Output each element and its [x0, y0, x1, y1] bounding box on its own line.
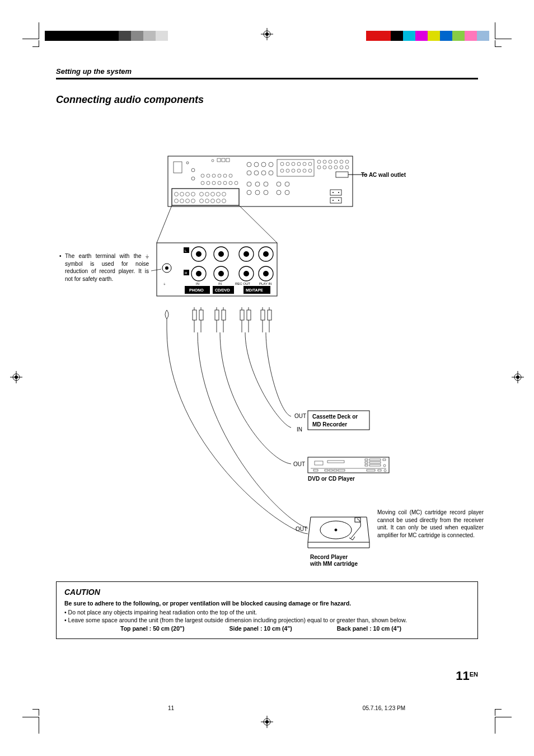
svg-point-57	[247, 162, 251, 167]
svg-text:⏚: ⏚	[163, 282, 166, 285]
svg-text:PHONO: PHONO	[189, 288, 204, 292]
svg-point-72	[285, 182, 289, 186]
dvd-player-icon: OUT DVD or CD Player	[293, 457, 389, 482]
svg-text:DVD or CD Player: DVD or CD Player	[308, 476, 355, 482]
svg-point-85	[297, 169, 301, 172]
svg-point-36	[229, 181, 232, 185]
caution-box: CAUTION Be sure to adhere to the followi…	[56, 581, 478, 639]
svg-point-32	[207, 181, 210, 185]
svg-rect-182	[365, 462, 368, 463]
svg-point-48	[175, 199, 179, 203]
page-number: 11EN	[456, 669, 478, 683]
svg-text:REC OUT: REC OUT	[235, 282, 250, 285]
svg-point-76	[280, 162, 284, 166]
svg-point-33	[212, 181, 216, 185]
svg-text:Record Player: Record Player	[310, 554, 348, 560]
svg-line-109	[239, 205, 277, 243]
svg-point-21	[212, 159, 214, 162]
svg-text:IN: IN	[196, 282, 199, 285]
svg-point-131	[243, 271, 249, 276]
svg-point-46	[217, 192, 221, 196]
jack-panel-zoom-icon: ⏚ L R IN IN	[157, 243, 277, 296]
svg-point-30	[229, 174, 232, 177]
svg-point-42	[191, 192, 195, 196]
svg-point-70	[264, 190, 268, 195]
svg-point-56	[222, 199, 226, 203]
svg-rect-75	[277, 159, 314, 176]
svg-point-98	[340, 166, 343, 169]
svg-point-61	[247, 171, 251, 175]
svg-rect-177	[327, 461, 344, 463]
registration-icon	[261, 28, 273, 40]
svg-point-69	[255, 190, 260, 195]
svg-text:CD/DVD: CD/DVD	[215, 288, 230, 292]
svg-point-87	[308, 169, 312, 172]
crop-mark	[495, 717, 512, 734]
svg-point-68	[247, 190, 251, 195]
crop-mark	[32, 709, 39, 716]
svg-rect-188	[325, 469, 328, 471]
svg-rect-154	[222, 310, 226, 320]
crop-mark	[32, 40, 39, 47]
svg-rect-191	[338, 469, 345, 471]
svg-rect-180	[369, 459, 381, 461]
svg-point-127	[196, 271, 202, 276]
connection-diagram: To AC wall outlet ⏚ L R	[56, 117, 478, 576]
svg-rect-190	[334, 469, 337, 471]
svg-rect-22	[217, 158, 221, 162]
svg-point-26	[207, 174, 210, 177]
svg-rect-101	[330, 190, 341, 195]
svg-rect-17	[174, 162, 182, 173]
svg-point-52	[200, 199, 204, 203]
svg-rect-23	[222, 158, 225, 162]
svg-point-44	[205, 192, 209, 196]
footer-meta: 11 05.7.16, 1:23 PM	[56, 705, 478, 711]
svg-point-83	[286, 169, 289, 172]
svg-point-90	[329, 160, 332, 163]
caution-lead: Be sure to adhere to the following, or p…	[64, 600, 470, 607]
svg-point-78	[292, 162, 295, 166]
svg-point-50	[186, 199, 190, 203]
svg-line-108	[157, 205, 172, 243]
svg-text:IN: IN	[297, 426, 302, 433]
svg-point-105	[332, 200, 334, 201]
registration-icon	[10, 371, 22, 383]
svg-point-31	[201, 181, 204, 185]
mc-cartridge-note: Moving coil (MC) cartridge record player…	[377, 509, 484, 539]
svg-point-186	[383, 464, 386, 467]
svg-point-89	[323, 160, 326, 163]
svg-point-51	[191, 199, 195, 203]
svg-point-63	[261, 171, 266, 175]
svg-rect-166	[268, 310, 271, 320]
svg-point-130	[243, 251, 249, 257]
rca-plugs-icon	[165, 307, 271, 332]
ac-outlet-label: To AC wall outlet	[361, 172, 406, 178]
svg-rect-189	[329, 469, 332, 471]
svg-point-45	[211, 192, 215, 196]
registration-icon	[512, 371, 524, 383]
caution-line: • Do not place any objects impairing hea…	[64, 608, 470, 616]
svg-rect-179	[365, 459, 368, 461]
svg-point-106	[338, 200, 339, 201]
svg-point-112	[165, 266, 168, 270]
crop-mark	[495, 40, 502, 47]
svg-point-18	[191, 168, 195, 172]
svg-point-64	[269, 171, 273, 175]
svg-point-80	[303, 162, 306, 166]
svg-line-202	[151, 269, 161, 271]
svg-rect-145	[193, 310, 196, 320]
svg-rect-192	[367, 469, 375, 471]
svg-rect-176	[315, 461, 323, 465]
svg-point-104	[338, 192, 339, 193]
svg-rect-24	[226, 158, 229, 162]
svg-text:MD Recorder: MD Recorder	[312, 421, 347, 428]
caution-specs: Top panel : 50 cm (20") Side panel : 10 …	[64, 625, 470, 632]
svg-point-67	[264, 182, 268, 186]
svg-text:OUT: OUT	[293, 461, 305, 467]
colorbar-right	[366, 31, 489, 41]
svg-point-97	[334, 166, 338, 169]
svg-text:IN: IN	[218, 282, 222, 285]
svg-point-94	[334, 160, 338, 163]
svg-point-40	[180, 192, 184, 196]
svg-point-74	[285, 190, 289, 195]
